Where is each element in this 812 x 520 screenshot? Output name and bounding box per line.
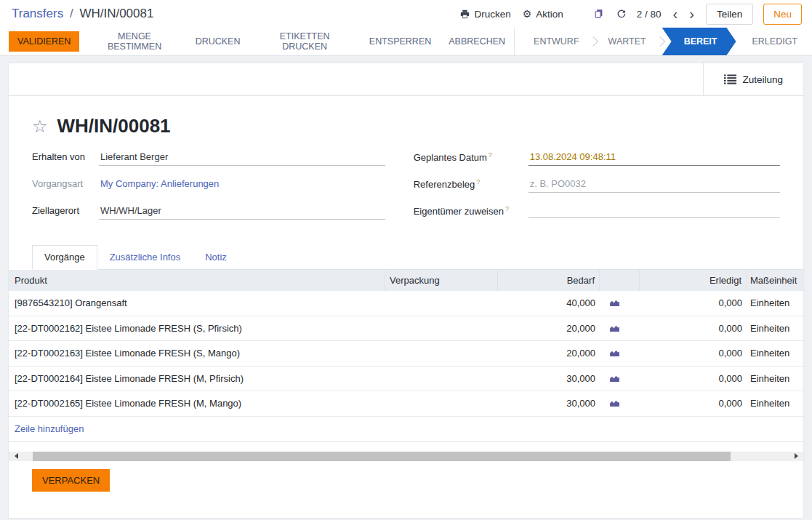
field-row: ZiellagerortWH/WH/Lager	[32, 203, 385, 230]
cell-done[interactable]: 0,000	[640, 323, 747, 334]
tab-notiz[interactable]: Notiz	[193, 245, 239, 270]
secondary-action-button[interactable]: MENGE BESTIMMEN	[82, 26, 186, 57]
help-icon: ?	[489, 151, 492, 159]
table-row[interactable]: [22-DT0002165] Eistee Limonade FRESH (M,…	[9, 391, 803, 417]
share-button[interactable]: Teilen	[706, 4, 753, 25]
pager-next-button[interactable]: ›	[685, 7, 699, 21]
field-value[interactable]: Lieferant Berger	[99, 149, 385, 166]
scrollbar-thumb[interactable]	[33, 452, 731, 461]
pager-prev-button[interactable]: ‹	[669, 7, 683, 21]
field-label: Ziellagerort	[32, 203, 99, 216]
forecast-chart-icon[interactable]	[609, 399, 620, 407]
cell-demand[interactable]: 20,000	[498, 323, 600, 334]
secondary-action-button[interactable]: ABBRECHEN	[440, 26, 514, 57]
tab-vorg-nge[interactable]: Vorgänge	[32, 245, 97, 270]
cell-uom: Einheiten	[747, 297, 803, 308]
field-row: VorgangsartMy Company: Anlieferungen	[32, 176, 385, 203]
pack-button[interactable]: VERPACKEN	[32, 469, 110, 492]
breadcrumb-current: WH/IN/00081	[79, 7, 153, 20]
tab-zus-tzliche-infos[interactable]: Zusätzliche Infos	[97, 245, 193, 270]
forecast-chart-icon[interactable]	[609, 324, 620, 332]
status-step-bereit[interactable]: BEREIT	[662, 28, 736, 55]
table-row[interactable]: [22-DT0002164] Eistee Limonade FRESH (M,…	[9, 367, 803, 392]
print-button[interactable]: Drucken	[454, 6, 516, 23]
secondary-buttons: MENGE BESTIMMENDRUCKENETIKETTEN DRUCKENE…	[82, 26, 514, 57]
validate-button[interactable]: VALIDIEREN	[9, 31, 79, 52]
secondary-action-button[interactable]: ENTSPERREN	[361, 26, 440, 57]
pager: 2 / 80 ‹ ›	[637, 7, 699, 21]
field-value[interactable]	[528, 203, 780, 218]
allocation-label: Zuteilung	[742, 74, 783, 85]
status-step-entwurf[interactable]: ENTWURF	[519, 28, 594, 55]
field-label-text: Geplantes Datum	[414, 152, 487, 163]
cell-done[interactable]: 0,000	[640, 297, 747, 308]
field-value[interactable]: My Company: Anlieferungen	[99, 176, 385, 192]
cell-chart	[600, 375, 640, 383]
action-menu-button[interactable]: ⚙ Aktion	[517, 6, 569, 23]
field-label-text: Erhalten von	[32, 151, 85, 162]
field-row: Erhalten vonLieferant Berger	[32, 149, 385, 176]
duplicate-icon[interactable]	[594, 9, 603, 19]
cell-chart	[600, 399, 640, 407]
cell-demand[interactable]: 30,000	[498, 373, 600, 384]
forecast-chart-icon[interactable]	[609, 299, 620, 307]
table-body: [9876543210] Orangensaft40,0000,000Einhe…	[9, 291, 803, 417]
help-icon: ?	[505, 205, 509, 212]
table-row[interactable]: [9876543210] Orangensaft40,0000,000Einhe…	[9, 291, 803, 316]
field-row: Eigentümer zuweisen?	[414, 203, 780, 230]
field-value[interactable]: z. B. PO0032	[528, 176, 780, 193]
refresh-icon[interactable]	[616, 9, 627, 19]
pager-count: 2 / 80	[637, 9, 662, 20]
cell-demand[interactable]: 40,000	[498, 297, 600, 308]
form-column-right: Geplantes Datum?13.08.2024 09:48:11Refer…	[414, 149, 780, 230]
secondary-action-button[interactable]: DRUCKEN	[187, 26, 249, 57]
action-label: Aktion	[536, 9, 563, 20]
field-value[interactable]: WH/WH/Lager	[99, 203, 385, 220]
header-done: Erledigt	[640, 270, 747, 291]
favorite-star-icon[interactable]: ☆	[32, 118, 48, 135]
cell-product[interactable]: [9876543210] Orangensaft	[9, 297, 385, 308]
cell-product[interactable]: [22-DT0002163] Eistee Limonade FRESH (S,…	[9, 348, 385, 359]
form-sheet: Zuteilung ☆ WH/IN/00081 Erhalten vonLief…	[9, 63, 803, 518]
table-row[interactable]: [22-DT0002162] Eistee Limonade FRESH (S,…	[9, 316, 803, 342]
cell-demand[interactable]: 30,000	[498, 398, 600, 409]
header-chart-spacer	[600, 270, 640, 291]
print-label: Drucken	[474, 9, 510, 20]
operations-table: Produkt Verpackung Bedarf Erledigt Maßei…	[9, 270, 803, 442]
record-title: WH/IN/00081	[57, 115, 171, 137]
cell-product[interactable]: [22-DT0002165] Eistee Limonade FRESH (M,…	[9, 398, 385, 409]
forecast-chart-icon[interactable]	[609, 349, 620, 357]
status-step-wartet[interactable]: WARTET	[594, 28, 661, 55]
field-label-text: Ziellagerort	[32, 205, 79, 216]
secondary-action-button[interactable]: ETIKETTEN DRUCKEN	[249, 26, 360, 57]
header-packaging: Verpackung	[385, 270, 498, 291]
scrollbar-left-arrow[interactable]	[10, 452, 22, 461]
list-icon	[724, 74, 736, 85]
cell-done[interactable]: 0,000	[640, 348, 747, 359]
cell-product[interactable]: [22-DT0002164] Eistee Limonade FRESH (M,…	[9, 373, 385, 384]
forecast-chart-icon[interactable]	[609, 375, 620, 383]
cell-demand[interactable]: 20,000	[498, 348, 600, 359]
add-line-link[interactable]: Zeile hinzufügen	[9, 423, 84, 434]
new-button[interactable]: Neu	[763, 4, 802, 25]
control-panel: Transfers / WH/IN/00081 Drucken ⚙ Aktion	[0, 0, 812, 56]
statusbar: ENTWURFWARTETBEREITERLEDIGT	[514, 28, 812, 55]
status-step-erledigt[interactable]: ERLEDIGT	[737, 28, 812, 55]
table-header-row: Produkt Verpackung Bedarf Erledigt Maßei…	[9, 270, 803, 291]
cell-done[interactable]: 0,000	[640, 373, 747, 384]
header-uom: Maßeinheit	[747, 270, 803, 291]
field-value[interactable]: 13.08.2024 09:48:11	[528, 149, 780, 166]
field-label: Vorgangsart	[32, 176, 99, 189]
field-label-text: Eigentümer zuweisen	[414, 206, 504, 217]
cell-chart	[600, 324, 640, 332]
breadcrumb-parent-link[interactable]: Transfers	[12, 7, 63, 20]
cell-product[interactable]: [22-DT0002162] Eistee Limonade FRESH (S,…	[9, 323, 385, 334]
allocation-button[interactable]: Zuteilung	[724, 74, 783, 85]
field-row: Geplantes Datum?13.08.2024 09:48:11	[414, 149, 780, 176]
cell-done[interactable]: 0,000	[640, 398, 747, 409]
scrollbar-right-arrow[interactable]	[790, 452, 802, 461]
table-row[interactable]: [22-DT0002163] Eistee Limonade FRESH (S,…	[9, 341, 803, 367]
field-label-text: Referenzbeleg	[414, 179, 475, 190]
field-label: Referenzbeleg?	[414, 176, 528, 190]
form-column-left: Erhalten vonLieferant BergerVorgangsartM…	[32, 149, 385, 230]
